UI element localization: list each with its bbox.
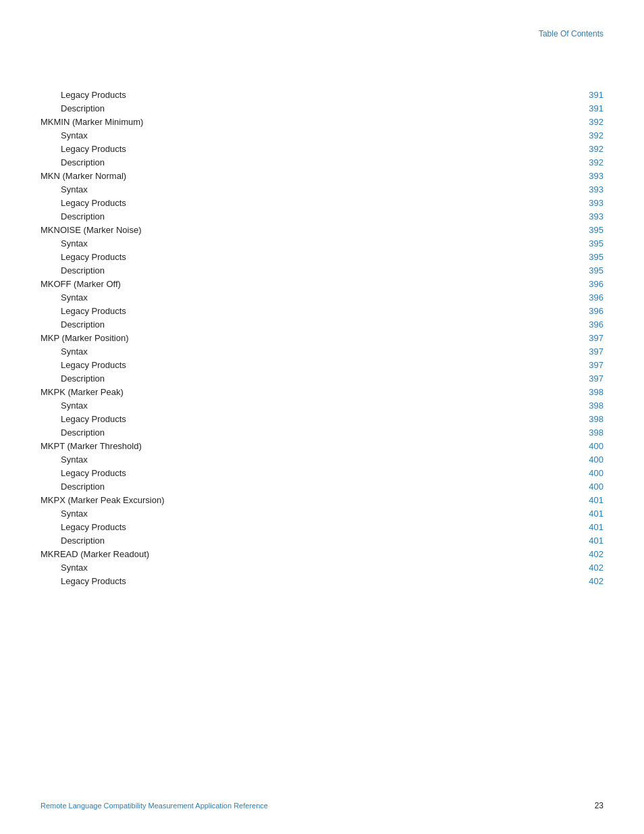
toc-row: Syntax392 — [41, 128, 603, 142]
toc-entry-label[interactable]: Description — [41, 533, 544, 547]
toc-entry-label[interactable]: Description — [41, 263, 544, 277]
toc-link[interactable]: Table Of Contents — [539, 29, 603, 38]
toc-row: Description398 — [41, 425, 603, 439]
toc-row: Description400 — [41, 479, 603, 493]
toc-entry-label[interactable]: Legacy Products — [41, 466, 544, 479]
toc-entry-label[interactable]: MKPX (Marker Peak Excursion) — [41, 493, 544, 506]
toc-entry-label[interactable]: Legacy Products — [41, 304, 544, 317]
toc-entry-page[interactable]: 392 — [544, 115, 603, 128]
toc-entry-page[interactable]: 401 — [544, 520, 603, 533]
toc-entry-label[interactable]: Description — [41, 317, 544, 331]
toc-entry-label[interactable]: Description — [41, 155, 544, 169]
toc-entry-label[interactable]: Syntax — [41, 290, 544, 304]
toc-entry-page[interactable]: 397 — [544, 331, 603, 344]
toc-entry-page[interactable]: 393 — [544, 196, 603, 209]
toc-entry-label[interactable]: Legacy Products — [41, 142, 544, 155]
toc-entry-label[interactable]: Syntax — [41, 506, 544, 520]
toc-entry-label[interactable]: Syntax — [41, 128, 544, 142]
toc-entry-label[interactable]: MKP (Marker Position) — [41, 331, 544, 344]
toc-entry-label[interactable]: Syntax — [41, 344, 544, 358]
toc-entry-label[interactable]: MKN (Marker Normal) — [41, 169, 544, 182]
toc-entry-page[interactable]: 395 — [544, 236, 603, 250]
toc-entry-page[interactable]: 395 — [544, 223, 603, 236]
toc-entry-label[interactable]: Legacy Products — [41, 574, 544, 588]
toc-entry-page[interactable]: 400 — [544, 479, 603, 493]
toc-entry-page[interactable]: 393 — [544, 182, 603, 196]
toc-entry-label[interactable]: Legacy Products — [41, 520, 544, 533]
toc-row: Legacy Products391 — [41, 88, 603, 101]
toc-entry-page[interactable]: 392 — [544, 155, 603, 169]
toc-entry-page[interactable]: 398 — [544, 385, 603, 398]
toc-entry-page[interactable]: 395 — [544, 263, 603, 277]
toc-entry-page[interactable]: 397 — [544, 371, 603, 385]
toc-entry-page[interactable]: 395 — [544, 250, 603, 263]
toc-entry-label[interactable]: MKOFF (Marker Off) — [41, 277, 544, 290]
toc-entry-label[interactable]: Syntax — [41, 182, 544, 196]
toc-entry-label[interactable]: Description — [41, 101, 544, 115]
toc-entry-page[interactable]: 400 — [544, 466, 603, 479]
toc-entry-page[interactable]: 398 — [544, 398, 603, 412]
toc-row: MKP (Marker Position)397 — [41, 331, 603, 344]
toc-entry-page[interactable]: 396 — [544, 304, 603, 317]
toc-entry-page[interactable]: 402 — [544, 574, 603, 588]
toc-entry-label[interactable]: Syntax — [41, 236, 544, 250]
toc-row: Legacy Products393 — [41, 196, 603, 209]
toc-entry-page[interactable]: 396 — [544, 277, 603, 290]
toc-entry-label[interactable]: MKNOISE (Marker Noise) — [41, 223, 544, 236]
page-container: Table Of Contents Legacy Products391Desc… — [0, 0, 644, 834]
toc-row: Legacy Products397 — [41, 358, 603, 371]
toc-entry-label[interactable]: Description — [41, 425, 544, 439]
toc-row: MKPK (Marker Peak)398 — [41, 385, 603, 398]
toc-entry-page[interactable]: 401 — [544, 533, 603, 547]
toc-entry-label[interactable]: MKPK (Marker Peak) — [41, 385, 544, 398]
toc-row: Description401 — [41, 533, 603, 547]
toc-entry-page[interactable]: 398 — [544, 425, 603, 439]
toc-row: Syntax401 — [41, 506, 603, 520]
toc-row: Description393 — [41, 209, 603, 223]
toc-row: Legacy Products402 — [41, 574, 603, 588]
toc-entry-page[interactable]: 402 — [544, 561, 603, 574]
toc-row: Syntax400 — [41, 452, 603, 466]
toc-entry-page[interactable]: 401 — [544, 493, 603, 506]
toc-entry-page[interactable]: 400 — [544, 452, 603, 466]
toc-entry-label[interactable]: MKREAD (Marker Readout) — [41, 547, 544, 561]
toc-entry-label[interactable]: Description — [41, 209, 544, 223]
toc-entry-label[interactable]: Syntax — [41, 398, 544, 412]
toc-row: Syntax402 — [41, 561, 603, 574]
toc-entry-page[interactable]: 397 — [544, 358, 603, 371]
toc-row: Description396 — [41, 317, 603, 331]
toc-entry-page[interactable]: 401 — [544, 506, 603, 520]
toc-entry-page[interactable]: 400 — [544, 439, 603, 452]
toc-entry-page[interactable]: 397 — [544, 344, 603, 358]
toc-entry-label[interactable]: Legacy Products — [41, 250, 544, 263]
toc-row: MKNOISE (Marker Noise)395 — [41, 223, 603, 236]
toc-entry-label[interactable]: Syntax — [41, 452, 544, 466]
toc-entry-label[interactable]: MKMIN (Marker Minimum) — [41, 115, 544, 128]
toc-entry-label[interactable]: Legacy Products — [41, 88, 544, 101]
toc-entry-label[interactable]: Syntax — [41, 561, 544, 574]
toc-row: Syntax395 — [41, 236, 603, 250]
toc-entry-page[interactable]: 402 — [544, 547, 603, 561]
toc-entry-page[interactable]: 393 — [544, 169, 603, 182]
toc-entry-page[interactable]: 392 — [544, 128, 603, 142]
toc-entry-label[interactable]: MKPT (Marker Threshold) — [41, 439, 544, 452]
toc-row: Legacy Products396 — [41, 304, 603, 317]
toc-entry-label[interactable]: Legacy Products — [41, 196, 544, 209]
toc-entry-page[interactable]: 391 — [544, 101, 603, 115]
toc-entry-label[interactable]: Legacy Products — [41, 358, 544, 371]
toc-entry-page[interactable]: 398 — [544, 412, 603, 425]
toc-row: Description392 — [41, 155, 603, 169]
toc-row: Legacy Products398 — [41, 412, 603, 425]
toc-row: Legacy Products395 — [41, 250, 603, 263]
toc-entry-label[interactable]: Description — [41, 371, 544, 385]
toc-row: Description391 — [41, 101, 603, 115]
toc-entry-page[interactable]: 393 — [544, 209, 603, 223]
toc-entry-page[interactable]: 396 — [544, 290, 603, 304]
toc-entry-label[interactable]: Description — [41, 479, 544, 493]
toc-entry-page[interactable]: 392 — [544, 142, 603, 155]
toc-entry-page[interactable]: 391 — [544, 88, 603, 101]
toc-entry-page[interactable]: 396 — [544, 317, 603, 331]
footer-page-number: 23 — [595, 801, 603, 810]
toc-entry-label[interactable]: Legacy Products — [41, 412, 544, 425]
toc-row: Legacy Products392 — [41, 142, 603, 155]
